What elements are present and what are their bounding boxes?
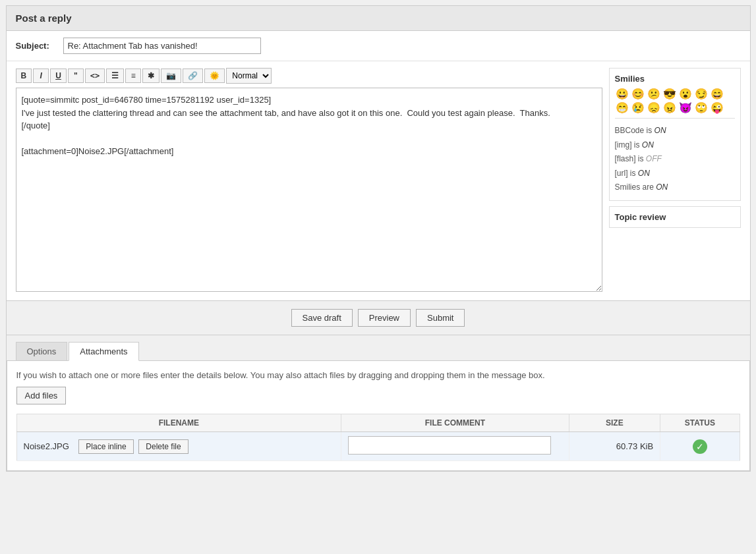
smiley-10[interactable]: 😞: [647, 101, 661, 114]
col-size: SIZE: [569, 414, 660, 432]
font-size-select-wrap: Tiny Small Normal Large Huge: [226, 68, 272, 84]
editor-main: B I U " <> ☰ ≡ ✱ 📷 🔗 🌞 Tiny Small: [16, 68, 602, 294]
link-button[interactable]: 🔗: [183, 69, 203, 83]
code-button[interactable]: <>: [85, 69, 105, 83]
image-button[interactable]: 📷: [161, 69, 181, 83]
smilies-title: Smilies: [615, 74, 735, 84]
font-size-select[interactable]: Tiny Small Normal Large Huge: [227, 69, 271, 83]
underline-button[interactable]: U: [50, 69, 67, 83]
attach-description: If you wish to attach one or more files …: [16, 370, 740, 380]
img-status: [img] is ON: [615, 138, 735, 153]
col-filename: FILENAME: [16, 414, 341, 432]
smiley-3[interactable]: 😕: [647, 88, 661, 100]
col-status: STATUS: [660, 414, 740, 432]
italic-button[interactable]: I: [33, 69, 49, 83]
smilies-section: Smilies 😀 😊 😕 😎 😮 😏 😄 😁 😢 😞 😠 😈: [609, 68, 741, 201]
file-table: FILENAME FILE COMMENT SIZE STATUS Noise2…: [16, 414, 740, 461]
smiley-11[interactable]: 😠: [662, 101, 677, 114]
color-button[interactable]: 🌞: [204, 69, 225, 83]
table-header-row: FILENAME FILE COMMENT SIZE STATUS: [16, 414, 740, 432]
file-name-cell: Noise2.JPG Place inline Delete file: [16, 432, 341, 461]
subject-label: Subject:: [16, 41, 55, 51]
message-textarea[interactable]: [quote=simmitc post_id=646780 time=15752…: [16, 88, 602, 292]
smiley-13[interactable]: 🙄: [694, 101, 709, 114]
add-files-button[interactable]: Add files: [16, 387, 67, 404]
list-unordered-button[interactable]: ☰: [106, 69, 124, 83]
special-button[interactable]: ✱: [142, 69, 160, 83]
flash-status: [flash] is OFF: [615, 152, 735, 167]
smiley-8[interactable]: 😁: [615, 101, 629, 114]
url-status: [url] is ON: [615, 167, 735, 181]
smiley-2[interactable]: 😊: [631, 88, 645, 100]
tab-content-attachments: If you wish to attach one or more files …: [7, 360, 750, 471]
topic-review-section: Topic review: [609, 206, 741, 228]
smilies-status: Smilies are ON: [615, 180, 735, 195]
save-draft-button[interactable]: Save draft: [291, 309, 353, 327]
file-comment-cell: [341, 432, 569, 461]
subject-row: Subject:: [7, 31, 750, 61]
smiley-1[interactable]: 😀: [615, 88, 629, 100]
table-row: Noise2.JPG Place inline Delete file 60.7…: [16, 432, 740, 461]
submit-button[interactable]: Submit: [416, 309, 465, 327]
delete-file-button[interactable]: Delete file: [138, 439, 188, 454]
topic-review-title: Topic review: [615, 212, 735, 222]
bbcode-info: BBCode is ON [img] is ON [flash] is OFF …: [615, 118, 735, 195]
action-buttons-row: Save draft Preview Submit: [7, 300, 750, 335]
bbcode-status: BBCode is ON: [615, 124, 735, 138]
file-comment-input[interactable]: [348, 436, 551, 455]
tabs-area: Options Attachments: [7, 335, 750, 360]
smiley-5[interactable]: 😮: [678, 88, 693, 100]
file-name: Noise2.JPG: [24, 441, 69, 451]
bold-button[interactable]: B: [16, 69, 32, 83]
file-size-cell: 60.73 KiB: [569, 432, 660, 461]
smiley-6[interactable]: 😏: [694, 88, 709, 100]
smiley-12[interactable]: 😈: [678, 101, 693, 114]
list-ordered-button[interactable]: ≡: [125, 69, 141, 83]
editor-area: B I U " <> ☰ ≡ ✱ 📷 🔗 🌞 Tiny Small: [7, 61, 750, 300]
preview-button[interactable]: Preview: [358, 309, 411, 327]
tabs-nav: Options Attachments: [16, 342, 741, 360]
smiley-14[interactable]: 😜: [710, 101, 724, 114]
quote-button[interactable]: ": [68, 69, 84, 83]
place-inline-button[interactable]: Place inline: [78, 439, 133, 454]
smiley-4[interactable]: 😎: [662, 88, 677, 100]
tab-options[interactable]: Options: [16, 342, 68, 360]
toolbar: B I U " <> ☰ ≡ ✱ 📷 🔗 🌞 Tiny Small: [16, 68, 602, 84]
file-status-cell: ✓: [660, 432, 740, 461]
col-file-comment: FILE COMMENT: [341, 414, 569, 432]
subject-input[interactable]: [63, 38, 261, 54]
editor-sidebar: Smilies 😀 😊 😕 😎 😮 😏 😄 😁 😢 😞 😠 😈: [609, 68, 741, 294]
smiley-9[interactable]: 😢: [631, 101, 645, 114]
smilies-grid: 😀 😊 😕 😎 😮 😏 😄 😁 😢 😞 😠 😈 🙄 😜: [615, 88, 735, 114]
smiley-7[interactable]: 😄: [710, 88, 724, 100]
tab-attachments[interactable]: Attachments: [69, 342, 138, 361]
page-title: Post a reply: [16, 13, 72, 24]
status-ok-icon: ✓: [693, 439, 707, 454]
reply-header: Post a reply: [7, 6, 750, 31]
